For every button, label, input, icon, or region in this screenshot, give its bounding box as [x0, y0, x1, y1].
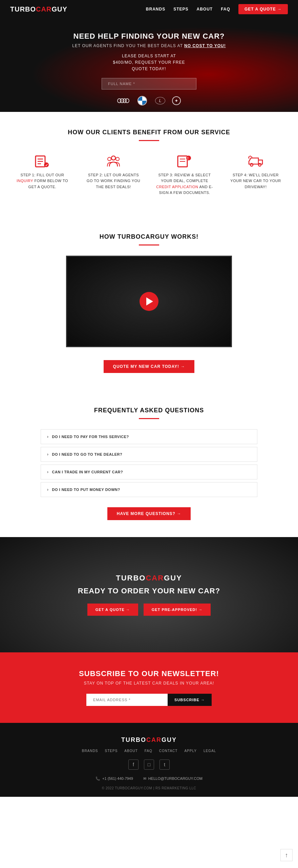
- footer: TURBOCARGUY BRANDS STEPS ABOUT FAQ CONTA…: [0, 723, 298, 797]
- cta-content: TURBOCARGUY READY TO ORDER YOUR NEW CAR?…: [78, 574, 220, 616]
- cta-heading: READY TO ORDER YOUR NEW CAR?: [78, 587, 220, 595]
- hero-form: [72, 78, 226, 90]
- faq-cta-button[interactable]: HAVE MORE QUESTIONS? →: [107, 507, 191, 520]
- instagram-icon[interactable]: □: [144, 760, 154, 770]
- footer-logo: TURBOCARGUY: [10, 736, 288, 744]
- works-section: HOW TURBOCARGUY WORKS! QUOTE MY NEW CAR …: [0, 216, 298, 390]
- footer-link-apply[interactable]: APPLY: [184, 749, 197, 753]
- newsletter-title: SUBSCRIBE TO OUR NEWSLETTER!: [10, 669, 288, 678]
- bmw-logo: [136, 97, 148, 105]
- cta-logo: TURBOCARGUY: [78, 574, 220, 583]
- form-icon: ✓: [14, 155, 71, 168]
- facebook-icon[interactable]: f: [128, 760, 139, 770]
- works-title: HOW TURBOCARGUY WORKS!: [10, 233, 288, 240]
- faq-title: FREQUENTLY ASKED QUESTIONS: [41, 407, 257, 414]
- svg-point-7: [108, 157, 111, 161]
- cta-buttons: GET A QUOTE → GET PRE-APPROVED! →: [78, 604, 220, 616]
- email-icon: ✉: [143, 776, 146, 781]
- faq-item-1[interactable]: › DO I NEED TO PAY FOR THIS SERVICE?: [41, 429, 257, 444]
- hero-subtitle: LET OUR AGENTS FIND YOU THE BEST DEALS A…: [72, 43, 226, 48]
- footer-link-legal[interactable]: LEGAL: [204, 749, 216, 753]
- chevron-icon-4: ›: [47, 487, 49, 492]
- svg-text:✓: ✓: [45, 163, 48, 167]
- chevron-icon-3: ›: [47, 470, 49, 474]
- brand-logos: L: [72, 96, 226, 105]
- phone-icon: 📞: [95, 776, 100, 781]
- step-4-text: STEP 4: WE'LL DELIVER YOUR NEW CAR TO YO…: [227, 172, 284, 190]
- faq-item-3[interactable]: › CAN I TRADE IN MY CURRENT CAR?: [41, 465, 257, 479]
- full-name-input[interactable]: [102, 78, 196, 90]
- faq-item-4[interactable]: › DO I NEED TO PUT MONEY DOWN?: [41, 482, 257, 497]
- nav-logo: TURBOCARGUY: [10, 5, 67, 13]
- footer-contact: 📞 +1 (561) 440-7949 ✉ HELLO@TURBOCARGUY.…: [10, 776, 288, 781]
- step-4: STEP 4: WE'LL DELIVER YOUR NEW CAR TO YO…: [224, 151, 288, 199]
- svg-point-6: [111, 156, 115, 160]
- footer-link-contact[interactable]: CONTACT: [159, 749, 178, 753]
- twitter-icon[interactable]: t: [159, 760, 170, 770]
- faq-item-2[interactable]: › DO I NEED TO GO TO THE DEALER?: [41, 447, 257, 462]
- mercedes-star-icon: [174, 98, 178, 104]
- nav-faq[interactable]: FAQ: [221, 7, 230, 12]
- svg-point-8: [116, 157, 119, 161]
- video-container[interactable]: [66, 256, 232, 347]
- step-3: ! STEP 3: REVIEW & SELECT YOUR DEAL, COM…: [152, 151, 217, 199]
- step-2-text: STEP 2: LET OUR AGENTS GO TO WORK FINDIN…: [85, 172, 142, 190]
- hero-content: NEED HELP FINDING YOUR NEW CAR? LET OUR …: [72, 32, 226, 105]
- footer-link-brands[interactable]: BRANDS: [82, 749, 98, 753]
- navbar: TURBOCARGUY BRANDS STEPS ABOUT FAQ GET A…: [0, 0, 298, 18]
- nav-links: BRANDS STEPS ABOUT FAQ GET A QUOTE →: [146, 4, 288, 14]
- faq-section: FREQUENTLY ASKED QUESTIONS › DO I NEED T…: [0, 390, 298, 537]
- hero-highlight: NO COST TO YOU!: [184, 43, 226, 48]
- hero-title: NEED HELP FINDING YOUR NEW CAR?: [72, 32, 226, 41]
- faq-list: › DO I NEED TO PAY FOR THIS SERVICE? › D…: [41, 429, 257, 497]
- footer-link-about[interactable]: ABOUT: [124, 749, 137, 753]
- benefits-divider: [139, 140, 159, 141]
- step-3-text: STEP 3: REVIEW & SELECT YOUR DEAL, COMPL…: [156, 172, 213, 196]
- audi-logo: [117, 97, 129, 105]
- subscribe-button[interactable]: SUBSCRIBE →: [168, 694, 212, 706]
- quote-cta-button[interactable]: QUOTE MY NEW CAR TODAY! →: [104, 360, 195, 373]
- cta-get-quote-button[interactable]: GET A QUOTE →: [87, 604, 138, 616]
- hero-section: NEED HELP FINDING YOUR NEW CAR? LET OUR …: [0, 18, 298, 112]
- delivery-icon: [227, 155, 284, 168]
- chevron-icon-1: ›: [47, 434, 49, 439]
- step-1-text: STEP 1: FILL OUT OUR INQUIRY FORM BELOW …: [14, 172, 71, 190]
- works-divider: [139, 244, 159, 245]
- review-icon: !: [156, 155, 213, 168]
- footer-social: f □ t: [10, 760, 288, 770]
- agents-icon: [85, 155, 142, 168]
- faq-cta-wrap: HAVE MORE QUESTIONS? →: [41, 507, 257, 520]
- step-2: STEP 2: LET OUR AGENTS GO TO WORK FINDIN…: [81, 151, 146, 199]
- newsletter-section: SUBSCRIBE TO OUR NEWSLETTER! STAY ON TOP…: [0, 652, 298, 723]
- benefits-title: HOW OUR CLIENTS BENEFIT FROM OUR SERVICE: [10, 129, 288, 136]
- footer-copyright: © 2022 TURBOCARGUY.COM | RS REMARKETING …: [10, 786, 288, 790]
- step-1: ✓ STEP 1: FILL OUT OUR INQUIRY FORM BELO…: [10, 151, 74, 199]
- benefits-section: HOW OUR CLIENTS BENEFIT FROM OUR SERVICE…: [0, 112, 298, 216]
- steps-grid: ✓ STEP 1: FILL OUT OUR INQUIRY FORM BELO…: [10, 151, 288, 199]
- cta-preapproved-button[interactable]: GET PRE-APPROVED! →: [144, 604, 211, 616]
- svg-point-14: [250, 163, 253, 166]
- play-button[interactable]: [140, 292, 158, 311]
- footer-link-faq[interactable]: FAQ: [145, 749, 152, 753]
- svg-point-15: [258, 163, 261, 166]
- footer-link-steps[interactable]: STEPS: [105, 749, 118, 753]
- chevron-icon-2: ›: [47, 452, 49, 457]
- lexus-logo: L: [155, 97, 165, 104]
- footer-email: ✉ HELLO@TURBOCARGUY.COM: [143, 776, 203, 781]
- svg-text:!: !: [187, 156, 189, 160]
- newsletter-subtitle: STAY ON TOP OF THE LATEST CAR DEALS IN Y…: [10, 681, 288, 686]
- cta-section: TURBOCARGUY READY TO ORDER YOUR NEW CAR?…: [0, 537, 298, 652]
- footer-phone: 📞 +1 (561) 440-7949: [95, 776, 133, 781]
- nav-about[interactable]: ABOUT: [197, 7, 213, 12]
- nav-brands[interactable]: BRANDS: [146, 7, 165, 12]
- nav-steps[interactable]: STEPS: [173, 7, 188, 12]
- email-input[interactable]: [86, 694, 168, 706]
- nav-cta-button[interactable]: GET A QUOTE →: [238, 4, 288, 14]
- mercedes-logo: [172, 96, 181, 105]
- hero-lease-text: LEASE DEALS START AT $400/MO, REQUEST YO…: [72, 53, 226, 73]
- faq-divider: [139, 418, 159, 419]
- newsletter-form: SUBSCRIBE →: [10, 694, 288, 706]
- footer-links: BRANDS STEPS ABOUT FAQ CONTACT APPLY LEG…: [10, 749, 288, 753]
